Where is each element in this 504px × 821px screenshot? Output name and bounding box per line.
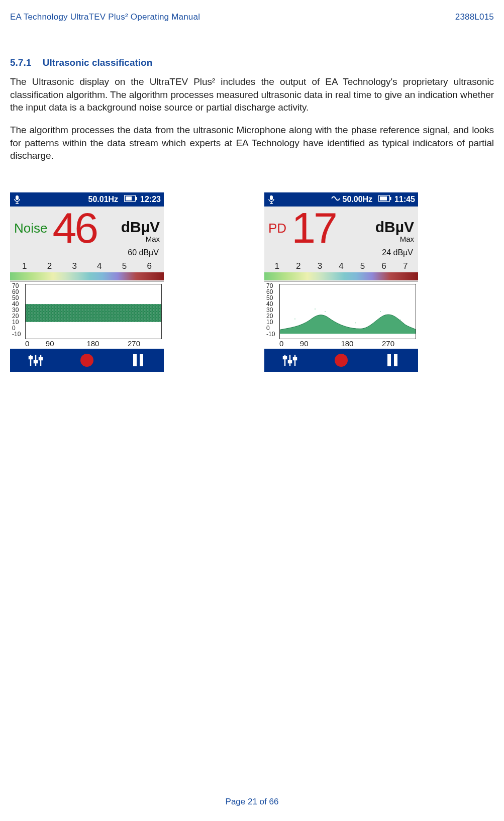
y-axis-labels: 70 60 50 40 30 20 10 0 -10 — [12, 283, 21, 337]
svg-point-26 — [355, 323, 356, 324]
figures-row: 50.01Hz 12:23 Noise 46 dBµV Max 60 dBµV … — [10, 192, 494, 372]
record-icon — [335, 354, 348, 367]
svg-point-24 — [315, 309, 316, 310]
x-tick: 270 — [382, 339, 416, 348]
scale-tick: 2 — [296, 261, 300, 271]
scale-tick: 3 — [72, 261, 76, 271]
page-header: EA Technology UltraTEV Plus² Operating M… — [10, 12, 494, 22]
severity-gradient — [10, 272, 164, 280]
mic-icon — [13, 195, 21, 204]
x-tick: 270 — [128, 339, 162, 348]
x-tick: 0 — [25, 339, 46, 348]
battery-icon — [378, 195, 391, 204]
reading-panel: PD 17 dBµV Max — [264, 207, 418, 247]
max-label: Max — [146, 235, 160, 243]
x-tick: 90 — [300, 339, 341, 348]
settings-button[interactable] — [275, 351, 305, 369]
classification-label: PD — [268, 221, 286, 246]
severity-gradient — [264, 272, 418, 280]
reading-units: dBµV — [121, 219, 160, 236]
header-right: 2388L015 — [455, 12, 494, 22]
scale-tick: 4 — [97, 261, 102, 271]
scale-tick: 4 — [339, 261, 343, 271]
record-icon — [80, 354, 93, 367]
reading-panel: Noise 46 dBµV Max — [10, 207, 164, 247]
mic-icon — [267, 195, 275, 204]
x-axis-labels: 0 90 180 270 — [25, 339, 162, 348]
scale-tick: 6 — [381, 261, 386, 271]
record-button[interactable] — [326, 351, 356, 369]
x-tick: 0 — [279, 339, 300, 348]
svg-rect-32 — [288, 361, 291, 363]
record-button[interactable] — [72, 351, 102, 369]
header-left: EA Technology UltraTEV Plus² Operating M… — [10, 12, 200, 22]
spectrogram-canvas — [25, 284, 162, 339]
y-axis-labels: 70 60 50 40 30 20 10 0 -10 — [266, 283, 275, 337]
time-label: 12:23 — [140, 195, 161, 204]
y-tick: -10 — [12, 331, 21, 337]
scale-tick: 7 — [403, 261, 408, 271]
svg-rect-16 — [39, 358, 42, 360]
spectrogram: 70 60 50 40 30 20 10 0 -10 — [264, 281, 418, 349]
scale-tick: 1 — [275, 261, 279, 271]
x-tick: 180 — [341, 339, 382, 348]
max-value-line: 24 dBµV — [264, 247, 418, 260]
svg-point-23 — [294, 319, 295, 320]
device-screenshot-noise: 50.01Hz 12:23 Noise 46 dBµV Max 60 dBµV … — [10, 192, 164, 372]
scale-tick: 1 — [22, 261, 27, 271]
svg-point-27 — [380, 311, 381, 312]
max-label: Max — [400, 235, 414, 243]
scale-tick: 6 — [147, 261, 151, 271]
svg-point-25 — [325, 311, 326, 312]
section-heading: 5.7.1 Ultrasonic classification — [10, 57, 494, 68]
svg-rect-12 — [29, 357, 32, 359]
frequency-label: 50.01Hz — [88, 195, 118, 204]
severity-scale: 1 2 3 4 5 6 7 — [264, 260, 418, 272]
time-label: 11:45 — [394, 195, 415, 204]
svg-rect-21 — [380, 196, 387, 200]
svg-rect-5 — [136, 197, 137, 200]
svg-rect-30 — [283, 357, 286, 359]
pause-icon — [387, 354, 397, 366]
device-screenshot-pd: 50.00Hz 11:45 PD 17 dBµV Max 24 dBµV 1 2… — [264, 192, 418, 372]
svg-rect-4 — [126, 196, 132, 200]
svg-rect-34 — [293, 358, 296, 360]
svg-rect-22 — [390, 197, 391, 200]
page-footer: Page 21 of 66 — [0, 797, 504, 807]
scale-tick: 2 — [47, 261, 52, 271]
pause-button[interactable] — [123, 351, 153, 369]
classification-label: Noise — [14, 221, 47, 246]
reading-value: 46 — [52, 210, 96, 246]
battery-icon — [124, 195, 137, 204]
reading-value: 17 — [291, 210, 336, 246]
frequency-label: 50.00Hz — [342, 195, 372, 204]
scale-tick: 5 — [360, 261, 365, 271]
y-tick: -10 — [266, 331, 275, 337]
phase-icon — [331, 195, 340, 204]
toolbar — [264, 349, 418, 372]
paragraph-2: The algorithm processes the data from th… — [10, 124, 494, 162]
x-tick: 180 — [86, 339, 128, 348]
toolbar — [10, 349, 164, 372]
settings-button[interactable] — [21, 351, 51, 369]
svg-point-28 — [400, 320, 401, 321]
spectrogram-canvas — [279, 284, 416, 339]
paragraph-1: The Ultrasonic display on the UltraTEV P… — [10, 75, 494, 114]
section-number: 5.7.1 — [10, 57, 31, 68]
status-bar: 50.00Hz 11:45 — [264, 192, 418, 207]
pause-button[interactable] — [377, 351, 408, 369]
scale-tick: 5 — [122, 261, 127, 271]
x-tick: 90 — [46, 339, 87, 348]
svg-rect-17 — [270, 195, 273, 200]
spectrogram: 70 60 50 40 30 20 10 0 -10 — [10, 281, 164, 349]
svg-rect-7 — [26, 304, 161, 322]
svg-rect-0 — [16, 195, 19, 200]
scale-tick: 3 — [318, 261, 322, 271]
section-title: Ultrasonic classification — [43, 57, 153, 68]
svg-rect-14 — [34, 361, 37, 363]
x-axis-labels: 0 90 180 270 — [279, 339, 416, 348]
pause-icon — [133, 354, 143, 366]
severity-scale: 1 2 3 4 5 6 — [10, 260, 164, 272]
reading-units: dBµV — [375, 219, 414, 236]
